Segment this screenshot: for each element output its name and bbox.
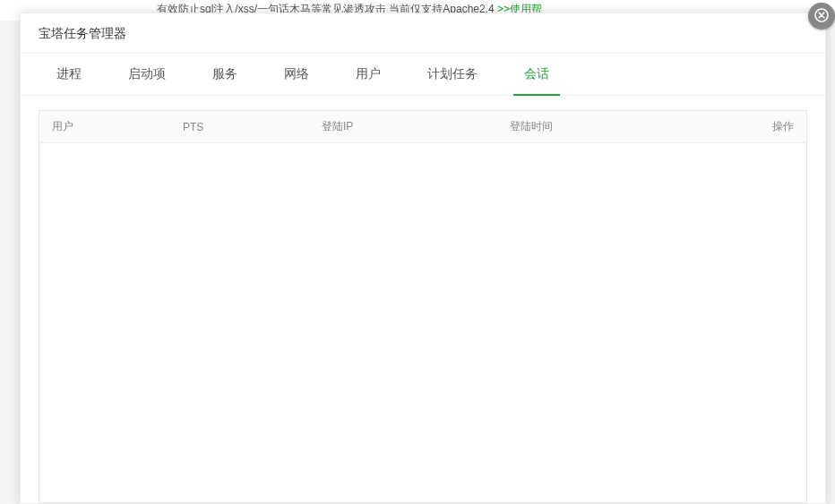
task-manager-modal: 宝塔任务管理器 进程 启动项 服务 网络 用户 计划任务 会话 用户 PTS 登… — [20, 13, 826, 504]
tab-process[interactable]: 进程 — [39, 54, 99, 95]
col-header-ip: 登陆IP — [322, 119, 510, 134]
close-icon — [814, 8, 829, 25]
modal-body: 用户 PTS 登陆IP 登陆时间 操作 — [21, 96, 825, 503]
col-header-time: 登陆时间 — [510, 119, 735, 134]
tab-session[interactable]: 会话 — [506, 54, 567, 95]
close-button[interactable] — [808, 3, 835, 30]
col-header-user: 用户 — [39, 119, 183, 134]
modal-title: 宝塔任务管理器 — [21, 13, 825, 54]
col-header-op: 操作 — [735, 119, 806, 134]
col-header-pts: PTS — [183, 121, 322, 133]
tab-user[interactable]: 用户 — [338, 54, 399, 95]
table-header-row: 用户 PTS 登陆IP 登陆时间 操作 — [39, 111, 806, 143]
tab-service[interactable]: 服务 — [194, 54, 255, 95]
tab-startup[interactable]: 启动项 — [110, 54, 184, 95]
tab-cron[interactable]: 计划任务 — [409, 54, 495, 95]
tab-bar: 进程 启动项 服务 网络 用户 计划任务 会话 — [21, 54, 825, 96]
session-table: 用户 PTS 登陆IP 登陆时间 操作 — [39, 110, 807, 503]
table-body-empty — [39, 143, 806, 502]
tab-network[interactable]: 网络 — [266, 54, 327, 95]
